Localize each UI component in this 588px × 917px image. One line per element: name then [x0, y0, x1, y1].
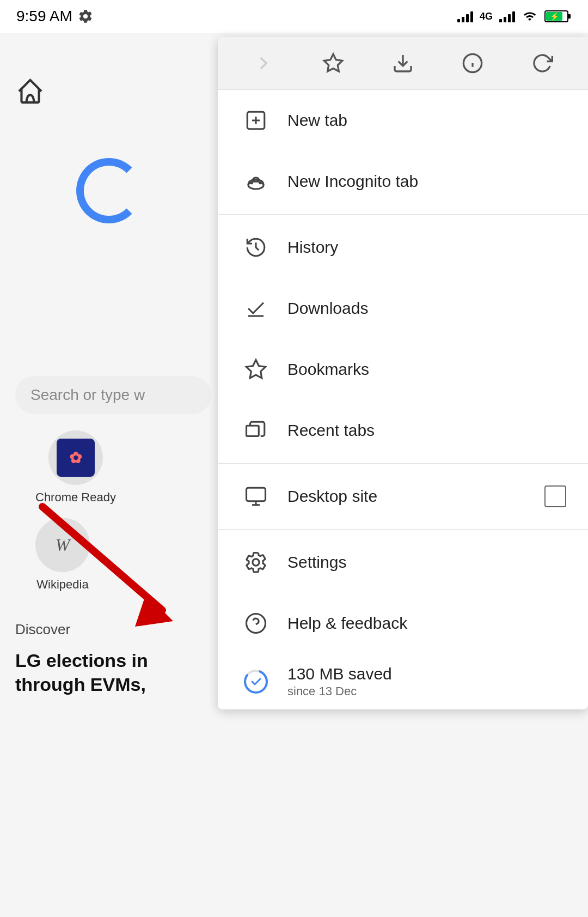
status-time-area: 9:59 AM — [16, 8, 93, 25]
download-button[interactable] — [387, 47, 419, 80]
status-icons: 4G ⚡ — [457, 9, 572, 23]
signal-icon-2 — [499, 10, 515, 22]
downloads-label: Downloads — [287, 299, 566, 318]
bookmarks-label: Bookmarks — [287, 360, 566, 379]
help-label: Help & feedback — [287, 614, 566, 633]
svg-marker-6 — [324, 54, 342, 71]
chrome-ready-icon-container: ✿ — [48, 430, 103, 485]
svg-marker-19 — [247, 360, 266, 378]
settings-icon — [240, 546, 272, 579]
red-arrow — [15, 479, 189, 643]
bookmark-button[interactable] — [317, 47, 350, 80]
network-type: 4G — [480, 11, 493, 22]
history-icon — [240, 231, 272, 264]
menu-item-help[interactable]: Help & feedback — [218, 593, 588, 654]
desktop-site-label: Desktop site — [287, 487, 544, 506]
desktop-site-checkbox[interactable] — [544, 485, 566, 507]
time-display: 9:59 AM — [16, 8, 72, 25]
info-button[interactable] — [456, 47, 489, 80]
downloads-icon — [240, 292, 272, 325]
recent-tabs-label: Recent tabs — [287, 421, 566, 440]
search-placeholder: Search or type w — [30, 386, 145, 404]
incognito-icon — [240, 165, 272, 198]
data-saved-amount: 130 MB saved — [287, 665, 392, 683]
menu-item-downloads[interactable]: Downloads — [218, 278, 588, 339]
menu-item-recent-tabs[interactable]: Recent tabs — [218, 400, 588, 461]
data-saved-text: 130 MB saved since 13 Dec — [287, 665, 392, 699]
svg-rect-16 — [250, 183, 253, 185]
help-icon — [240, 607, 272, 640]
forward-button[interactable] — [247, 47, 280, 80]
data-saved-icon — [240, 665, 272, 698]
menu-item-new-tab[interactable]: New tab — [218, 90, 588, 151]
battery-icon: ⚡ — [544, 9, 572, 23]
wifi-icon — [522, 10, 538, 23]
dropdown-menu: New tab New Incognito tab History — [218, 37, 588, 709]
menu-item-bookmarks[interactable]: Bookmarks — [218, 339, 588, 400]
menu-item-settings[interactable]: Settings — [218, 532, 588, 593]
svg-rect-21 — [247, 488, 266, 501]
recent-tabs-icon — [240, 414, 272, 447]
menu-item-incognito[interactable]: New Incognito tab — [218, 151, 588, 212]
svg-rect-20 — [247, 426, 259, 436]
divider-2 — [218, 463, 588, 464]
incognito-label: New Incognito tab — [287, 172, 566, 191]
data-saved-row[interactable]: 130 MB saved since 13 Dec — [218, 654, 588, 709]
menu-toolbar — [218, 37, 588, 90]
status-bar: 9:59 AM 4G ⚡ — [0, 0, 588, 33]
new-tab-label: New tab — [287, 111, 566, 130]
divider-1 — [218, 214, 588, 215]
chrome-ready-app-icon: ✿ — [57, 439, 95, 477]
chrome-logo — [76, 158, 142, 223]
svg-point-24 — [247, 614, 266, 633]
refresh-button[interactable] — [526, 47, 559, 80]
new-tab-icon — [240, 104, 272, 137]
home-icon[interactable] — [15, 76, 45, 108]
svg-rect-1 — [568, 14, 571, 19]
divider-3 — [218, 529, 588, 530]
history-label: History — [287, 238, 566, 257]
signal-icon — [457, 10, 473, 22]
desktop-site-icon — [240, 480, 272, 513]
gear-icon — [78, 9, 93, 24]
settings-label: Settings — [287, 553, 566, 572]
svg-text:⚡: ⚡ — [550, 12, 560, 21]
discover-headline: LG elections inthrough EVMs, — [15, 648, 157, 696]
search-bar[interactable]: Search or type w — [15, 376, 211, 414]
menu-item-desktop-site[interactable]: Desktop site — [218, 466, 588, 527]
svg-line-4 — [42, 507, 162, 610]
menu-item-history[interactable]: History — [218, 217, 588, 278]
data-saved-since: since 13 Dec — [287, 684, 392, 699]
svg-rect-17 — [259, 183, 261, 185]
bookmarks-icon — [240, 353, 272, 386]
